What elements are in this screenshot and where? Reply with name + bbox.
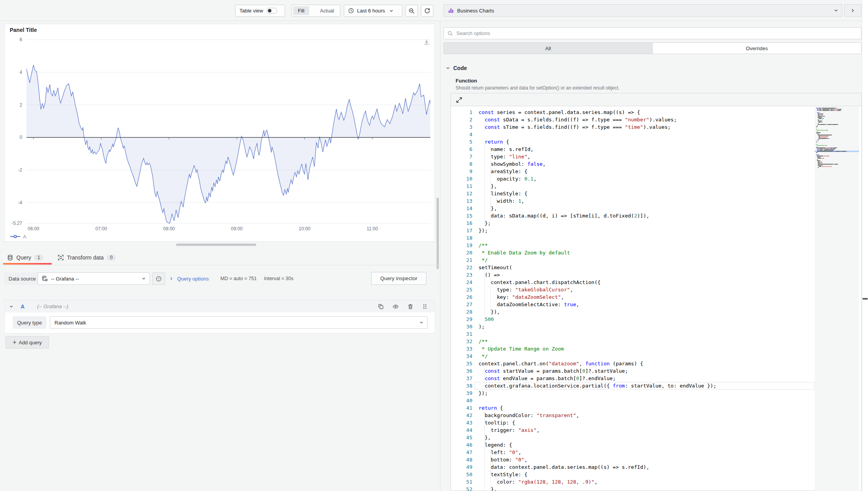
- code-line[interactable]: 48 bottom: "0",: [451, 456, 861, 463]
- drag-handle-icon[interactable]: [422, 303, 428, 310]
- code-editor[interactable]: 1const series = context.panel.data.serie…: [451, 93, 862, 491]
- hide-query-icon[interactable]: [393, 303, 399, 310]
- line-number: 15: [451, 212, 472, 219]
- code-line[interactable]: 24 context.panel.chart.dispatchAction({: [451, 279, 861, 286]
- horizontal-scrollbar[interactable]: [176, 244, 256, 246]
- code-line[interactable]: 5 return {: [451, 138, 861, 146]
- table-view-toggle-group[interactable]: Table view: [235, 5, 285, 17]
- code-line[interactable]: 42 backgroundColor: "transparent",: [451, 412, 861, 419]
- legend-series-label[interactable]: A: [23, 234, 26, 240]
- time-zoom-out-button[interactable]: [405, 5, 418, 17]
- visualization-select[interactable]: Business Charts: [444, 4, 842, 17]
- code-line[interactable]: 14 },: [451, 205, 861, 212]
- page-scrollbar-thumb[interactable]: [863, 298, 868, 300]
- code-line[interactable]: 40: [451, 397, 861, 404]
- search-options-input[interactable]: [456, 28, 857, 39]
- svg-text:11:00: 11:00: [366, 226, 378, 231]
- code-line[interactable]: 31: [451, 330, 861, 338]
- expand-editor-icon[interactable]: [456, 96, 463, 103]
- code-area[interactable]: 1const series = context.panel.data.serie…: [451, 107, 861, 491]
- code-section-toggle[interactable]: Code: [445, 65, 467, 71]
- code-line[interactable]: 28 }),: [451, 308, 861, 316]
- tab-overrides[interactable]: Overrides: [652, 43, 861, 54]
- query-ref-id[interactable]: A: [21, 303, 25, 310]
- database-icon: [7, 254, 13, 261]
- code-line[interactable]: 49 data: context.panel.data.series.map((…: [451, 463, 861, 471]
- download-icon[interactable]: [423, 39, 430, 46]
- code-line[interactable]: 45 },: [451, 434, 861, 441]
- code-line[interactable]: 9 areaStyle: {: [451, 168, 861, 175]
- code-line[interactable]: 34 */: [451, 352, 861, 360]
- code-line[interactable]: 39});: [451, 389, 861, 397]
- code-line[interactable]: 16 };: [451, 219, 861, 227]
- code-line[interactable]: 33 * Update Time Range on Zoom: [451, 345, 861, 352]
- code-line[interactable]: 29 500: [451, 316, 861, 323]
- tab-query[interactable]: Query 1: [7, 252, 43, 263]
- code-line[interactable]: 44 trigger: "axis",: [451, 426, 861, 434]
- code-line[interactable]: 18: [451, 234, 861, 242]
- query-type-select[interactable]: Random Walk: [50, 316, 428, 329]
- code-line[interactable]: 30);: [451, 323, 861, 330]
- line-number: 41: [451, 404, 472, 412]
- code-line[interactable]: 46 legend: {: [451, 441, 861, 449]
- code-line[interactable]: 50 textStyle: {: [451, 471, 861, 478]
- code-line[interactable]: 38 context.grafana.locationService.parti…: [451, 382, 861, 389]
- minimap[interactable]: [815, 107, 859, 491]
- datasource-help-button[interactable]: ?: [152, 272, 165, 285]
- table-view-toggle[interactable]: [267, 8, 277, 14]
- code-line[interactable]: 25 type: "takeGlobalCursor",: [451, 286, 861, 293]
- code-line[interactable]: 35context.panel.chart.on("datazoom", fun…: [451, 360, 861, 367]
- code-line[interactable]: 21 */: [451, 256, 861, 264]
- code-line[interactable]: 12 lineStyle: {: [451, 190, 861, 197]
- add-query-label: Add query: [19, 340, 42, 345]
- code-line[interactable]: 43 tooltip: {: [451, 419, 861, 426]
- timeseries-chart[interactable]: 6420-2-4-5.2706:0007:0008:0009:0010:0011…: [5, 24, 435, 241]
- line-number: 45: [451, 434, 472, 441]
- code-line[interactable]: 3 const sTime = s.fields.find((f) => f.t…: [451, 123, 861, 131]
- fill-button[interactable]: Fill: [293, 6, 309, 15]
- time-range-picker[interactable]: Last 6 hours: [344, 5, 402, 17]
- svg-text:08:00: 08:00: [163, 226, 175, 231]
- code-line[interactable]: 8 showSymbol: false,: [451, 160, 861, 168]
- actual-button[interactable]: Actual: [315, 6, 339, 15]
- toggle-knob: [268, 9, 271, 12]
- code-line[interactable]: 4: [451, 131, 861, 138]
- tab-transform-data[interactable]: Transform data 0: [58, 252, 116, 263]
- code-line[interactable]: 11 },: [451, 182, 861, 190]
- code-line[interactable]: 27 dataZoomSelectActive: true,: [451, 301, 861, 308]
- duplicate-query-icon[interactable]: [378, 303, 384, 310]
- left-pane-scrollbar[interactable]: [437, 198, 439, 269]
- delete-query-icon[interactable]: [407, 303, 414, 310]
- code-line[interactable]: 7 type: "line",: [451, 153, 861, 160]
- code-line[interactable]: 52 },: [451, 486, 861, 491]
- page-scrollbar[interactable]: [862, 0, 868, 491]
- code-line[interactable]: 26 key: "dataZoomSelect",: [451, 293, 861, 301]
- code-line[interactable]: 20 * Enable Data Zoom by default: [451, 249, 861, 256]
- code-line[interactable]: 51 color: "rgba(128, 128, 128, .9)",: [451, 478, 861, 486]
- code-line[interactable]: 32/**: [451, 338, 861, 345]
- collapse-query-chevron-icon[interactable]: [9, 304, 14, 309]
- query-options-toggle[interactable]: Query options: [169, 272, 209, 285]
- code-line[interactable]: 36 const startValue = params.batch[0]?.s…: [451, 367, 861, 375]
- code-line[interactable]: 15 data: sData.map((d, i) => [sTime[i], …: [451, 212, 861, 219]
- code-line[interactable]: 22setTimeout(: [451, 264, 861, 271]
- code-line[interactable]: 2 const sData = s.fields.find((f) => f.t…: [451, 116, 861, 123]
- code-line[interactable]: 41return {: [451, 404, 861, 412]
- collapse-options-button[interactable]: [844, 4, 861, 17]
- code-line[interactable]: 17});: [451, 227, 861, 234]
- tab-all[interactable]: All: [444, 43, 652, 54]
- code-line[interactable]: 23 () =>: [451, 271, 861, 279]
- query-inspector-button[interactable]: Query inspector: [371, 272, 426, 285]
- code-line[interactable]: 6 name: s.refId,: [451, 146, 861, 153]
- code-line[interactable]: 47 left: "0",: [451, 449, 861, 456]
- line-number: 27: [451, 301, 472, 308]
- code-line[interactable]: 10 opacity: 0.1,: [451, 175, 861, 182]
- add-query-button[interactable]: + Add query: [5, 336, 49, 349]
- refresh-button[interactable]: [421, 5, 433, 17]
- code-line[interactable]: 37 const endValue = params.batch[0]?.end…: [451, 375, 861, 382]
- datasource-select[interactable]: -- Grafana --: [38, 272, 150, 285]
- line-number: 17: [451, 227, 472, 234]
- code-line[interactable]: 1const series = context.panel.data.serie…: [451, 109, 861, 116]
- code-line[interactable]: 19/**: [451, 242, 861, 249]
- code-line[interactable]: 13 width: 1,: [451, 197, 861, 205]
